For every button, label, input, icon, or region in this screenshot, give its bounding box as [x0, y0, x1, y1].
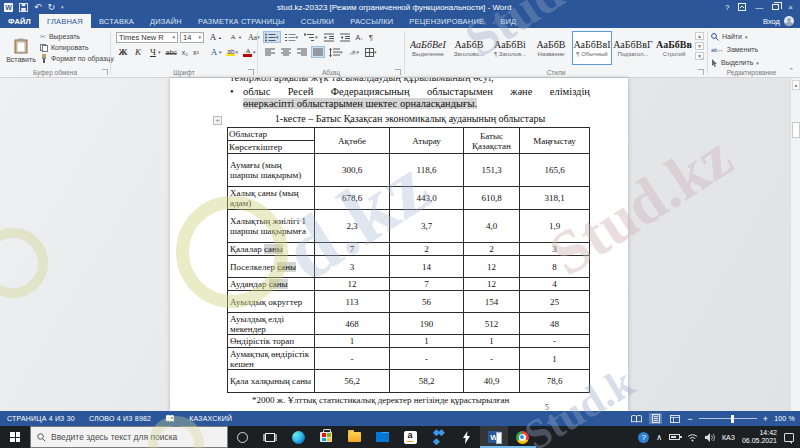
line-spacing-button[interactable]: ▾: [327, 46, 345, 58]
dropbox-icon[interactable]: ◆◆◆: [424, 426, 452, 448]
table-column-header[interactable]: Атырау: [390, 128, 464, 154]
value-cell[interactable]: 165,6: [520, 154, 590, 187]
proofing-errors-icon[interactable]: [158, 414, 182, 423]
table-move-handle[interactable]: +: [213, 116, 222, 125]
status-word-count[interactable]: СЛОВО 4 ИЗ 8982: [82, 415, 158, 422]
vertical-scrollbar[interactable]: ▲: [790, 78, 800, 411]
task-view-button[interactable]: [256, 426, 284, 448]
value-cell[interactable]: 300,6: [315, 154, 390, 187]
increase-indent-button[interactable]: [338, 31, 352, 43]
row-label-cell[interactable]: Аудандар саны: [228, 278, 315, 291]
value-cell[interactable]: 2: [390, 243, 464, 256]
value-cell[interactable]: 190: [390, 313, 464, 335]
mail-icon[interactable]: [368, 426, 396, 448]
style-card-4[interactable]: АаБбВвІ¶ Обычный: [572, 31, 612, 65]
document-page[interactable]: + теміржол арқылы жүк тасымалдаудың құры…: [170, 78, 628, 411]
value-cell[interactable]: 151,3: [464, 154, 520, 187]
numbering-button[interactable]: ▾: [283, 31, 301, 43]
value-cell[interactable]: 4: [520, 278, 590, 291]
value-cell[interactable]: -: [520, 335, 590, 348]
tab-mailings[interactable]: РАССЫЛКИ: [342, 14, 401, 28]
format-painter-button[interactable]: Формат по образцу: [40, 53, 114, 64]
table-footnote[interactable]: *2000 ж. Ұлттық статистикалық деректер н…: [230, 395, 590, 405]
replace-button[interactable]: ab↔ Заменить: [711, 43, 759, 56]
text-highlight-button[interactable]: ab▾: [224, 46, 240, 58]
value-cell[interactable]: 512: [464, 313, 520, 335]
minimize-button[interactable]: —: [755, 3, 763, 12]
font-name-combobox[interactable]: Times New R▾: [116, 32, 178, 43]
grow-font-button[interactable]: А▲: [206, 31, 224, 43]
table-caption[interactable]: 1-кесте – Батыс Қазақсан экономикалық ау…: [230, 113, 590, 124]
file-explorer-icon[interactable]: [340, 426, 368, 448]
value-cell[interactable]: 1: [390, 335, 464, 348]
cut-button[interactable]: ✂Вырезать: [40, 31, 114, 42]
styles-gallery-scroll[interactable]: ▲▼▼̲: [695, 32, 704, 60]
data-table[interactable]: ОблыстарКөрсеткіштерАқтөбеАтырауБатыс Қа…: [227, 127, 590, 393]
value-cell[interactable]: 2,3: [315, 210, 390, 243]
store-icon[interactable]: [312, 426, 340, 448]
subscript-button[interactable]: х₂: [180, 46, 190, 58]
value-cell[interactable]: 3: [315, 256, 390, 278]
bullets-button[interactable]: ▾: [263, 31, 281, 43]
start-button[interactable]: [0, 426, 30, 448]
scroll-up-arrow[interactable]: ▲: [792, 80, 800, 90]
scrollbar-thumb[interactable]: [792, 122, 800, 138]
style-card-5[interactable]: АаБбВвГПодзагол...: [613, 31, 653, 65]
value-cell[interactable]: -: [390, 348, 464, 370]
value-cell[interactable]: 3,7: [390, 210, 464, 243]
value-cell[interactable]: 113: [315, 291, 390, 313]
table-column-header[interactable]: Ақтөбе: [315, 128, 390, 154]
chrome-icon[interactable]: [508, 426, 536, 448]
paste-button[interactable]: Вставить: [6, 31, 36, 69]
status-page-count[interactable]: СТРАНИЦА 4 ИЗ 30: [0, 415, 82, 422]
align-right-button[interactable]: [295, 46, 309, 58]
value-cell[interactable]: 468: [315, 313, 390, 335]
redo-button[interactable]: ↻: [48, 3, 56, 12]
taskbar-search-input[interactable]: Введите здесь текст для поиска: [30, 426, 228, 448]
tab-file[interactable]: ФАЙЛ: [0, 14, 39, 28]
undo-button[interactable]: ↶: [34, 3, 42, 12]
decrease-indent-button[interactable]: [322, 31, 336, 43]
bold-button[interactable]: Ж: [116, 46, 130, 58]
multilevel-list-button[interactable]: ▾: [302, 31, 320, 43]
value-cell[interactable]: 1: [520, 348, 590, 370]
align-center-button[interactable]: [279, 46, 293, 58]
align-left-button[interactable]: [263, 46, 277, 58]
row-label-cell[interactable]: Ауылдық елді мекендер: [228, 313, 315, 335]
zoom-in-button[interactable]: +: [763, 414, 768, 424]
value-cell[interactable]: 4,0: [464, 210, 520, 243]
value-cell[interactable]: -: [464, 348, 520, 370]
underline-button[interactable]: Ч▾: [146, 46, 163, 58]
style-card-1[interactable]: АаБбВЗаголово...: [449, 31, 489, 65]
cortana-button[interactable]: [228, 426, 256, 448]
input-language[interactable]: КАЗ: [722, 434, 735, 441]
ribbon-display-options-button[interactable]: [738, 3, 746, 11]
web-layout-button[interactable]: [668, 413, 681, 424]
volume-icon[interactable]: [705, 433, 715, 442]
value-cell[interactable]: 7: [315, 243, 390, 256]
show-marks-button[interactable]: ¶: [367, 31, 375, 43]
value-cell[interactable]: 7: [390, 278, 464, 291]
borders-button[interactable]: ▾: [363, 46, 379, 58]
value-cell[interactable]: 1: [315, 335, 390, 348]
shrink-font-button[interactable]: А▼: [226, 31, 244, 43]
value-cell[interactable]: 443,0: [390, 187, 464, 210]
select-button[interactable]: Выделить▾: [711, 56, 759, 69]
value-cell[interactable]: 8: [520, 256, 590, 278]
save-button[interactable]: [19, 3, 28, 12]
get-help-tray-icon[interactable]: ?: [638, 432, 649, 443]
font-size-combobox[interactable]: 14▾: [180, 32, 204, 43]
tab-home[interactable]: ГЛАВНАЯ: [39, 14, 91, 28]
read-mode-button[interactable]: [630, 413, 643, 424]
row-label-cell[interactable]: Ауылдық округтер: [228, 291, 315, 313]
row-label-cell[interactable]: Халықтың жиілігі 1 шаршы шақырымға: [228, 210, 315, 243]
value-cell[interactable]: 12: [464, 278, 520, 291]
font-color-button[interactable]: А▾: [241, 46, 258, 58]
row-label-cell[interactable]: Поселкелер саны: [228, 256, 315, 278]
value-cell[interactable]: 1: [464, 335, 520, 348]
zoom-slider[interactable]: [699, 418, 757, 419]
value-cell[interactable]: 1,9: [520, 210, 590, 243]
italic-button[interactable]: К: [131, 46, 145, 58]
sort-button[interactable]: А↓: [354, 31, 365, 43]
value-cell[interactable]: 12: [315, 278, 390, 291]
